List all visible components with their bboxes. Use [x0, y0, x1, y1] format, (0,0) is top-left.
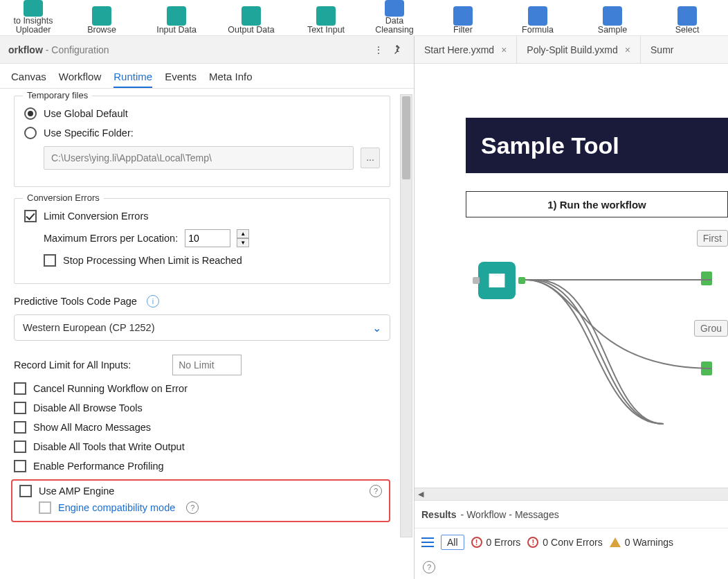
tab-poly-split[interactable]: Poly-Split Build.yxmd × [517, 36, 641, 63]
anchor-out[interactable] [701, 362, 712, 375]
tool-insights-uploader[interactable]: to InsightsUploader [4, 0, 62, 36]
right-pane: Start Here.yxmd × Poly-Split Build.yxmd … [415, 36, 728, 579]
radio-use-global[interactable] [24, 107, 37, 120]
tool-formula[interactable]: Formula [502, 0, 573, 36]
tab-runtime[interactable]: Runtime [113, 71, 152, 88]
tool-select[interactable]: Select [652, 0, 722, 36]
results-filter-bar: All !0 Errors !0 Conv Errors 0 Warnings [415, 528, 728, 555]
tool-text-input[interactable]: Text Input [291, 0, 361, 36]
tab-label: Sumr [650, 44, 673, 55]
error-icon: ! [527, 537, 538, 548]
kebab-menu-icon[interactable]: ⋮ [370, 41, 388, 59]
tool-data-cleansing[interactable]: DataCleansing [365, 0, 424, 36]
checkbox-limit-conv-errors[interactable] [24, 210, 37, 222]
max-errors-spinner[interactable]: ▲ ▼ [237, 229, 249, 247]
checkbox-show-macro-msgs[interactable] [14, 421, 26, 434]
tab-start-here[interactable]: Start Here.yxmd × [415, 36, 517, 63]
workflow-canvas[interactable]: Sample Tool 1) Run the workflow First Gr… [415, 64, 728, 500]
tool-label: DataCleansing [375, 17, 414, 35]
input-tool-node[interactable] [478, 262, 516, 299]
tab-meta-info[interactable]: Meta Info [209, 71, 253, 88]
disable-write-output-label: Disable All Tools that Write Output [33, 441, 185, 452]
browse-icon [92, 6, 111, 26]
anchor-out[interactable] [518, 277, 525, 284]
error-icon: ! [471, 537, 482, 548]
tab-summary[interactable]: Sumr [641, 36, 683, 63]
tool-sample[interactable]: Sample [577, 0, 648, 36]
node-label-first: First [697, 230, 728, 247]
help-icon[interactable]: ? [370, 485, 382, 497]
config-scroll-area[interactable]: Temporary files Use Global Default Use S… [0, 89, 414, 579]
text-input-icon [316, 6, 336, 26]
tool-label: Text Input [307, 26, 345, 35]
record-limit-label: Record Limit for All Inputs: [14, 359, 131, 371]
results-subtitle: - Workflow - Messages [461, 509, 559, 520]
predictive-codepage-select[interactable]: Western European (CP 1252) ⌄ [14, 314, 390, 341]
checkbox-disable-browse[interactable] [14, 402, 26, 414]
insights-icon [24, 0, 43, 17]
sample-icon [603, 6, 622, 26]
close-icon[interactable]: × [501, 44, 507, 55]
output-data-icon [242, 6, 261, 26]
results-header: Results - Workflow - Messages [415, 500, 728, 528]
engine-compat-mode-label: Engine compatibility mode [58, 502, 175, 513]
filter-conv-errors-button[interactable]: !0 Conv Errors [527, 537, 602, 548]
checkbox-engine-compat-mode[interactable] [39, 501, 51, 514]
tab-canvas[interactable]: Canvas [11, 71, 46, 88]
configuration-header: orkflow - Configuration ⋮ [0, 36, 414, 64]
temporary-files-legend: Temporary files [23, 90, 92, 100]
results-help-row: ? [415, 555, 728, 579]
filter-warnings-button[interactable]: 0 Warnings [610, 537, 673, 548]
anchor-out[interactable] [701, 271, 712, 285]
tool-input-data[interactable]: Input Data [141, 0, 212, 36]
help-icon[interactable]: ? [186, 501, 199, 514]
chevron-down-icon: ⌄ [372, 321, 381, 335]
spin-up[interactable]: ▲ [237, 229, 249, 238]
disable-browse-label: Disable All Browse Tools [33, 402, 143, 413]
scroll-left-icon[interactable]: ◀ [415, 490, 427, 499]
checkbox-use-amp-engine[interactable] [19, 485, 32, 497]
tool-output-data[interactable]: Output Data [216, 0, 286, 36]
close-icon[interactable]: × [625, 44, 630, 55]
tool-label: to InsightsUploader [14, 17, 53, 35]
node-label-group: Grou [694, 320, 728, 337]
use-amp-engine-label: Use AMP Engine [39, 486, 114, 497]
max-errors-input[interactable] [185, 229, 230, 247]
page-subtitle: - Configuration [46, 44, 109, 55]
data-cleansing-icon [385, 0, 404, 17]
config-tabs: Canvas Workflow Runtime Events Meta Info [0, 64, 414, 89]
tool-label: Select [675, 26, 700, 35]
checkbox-disable-write-output[interactable] [14, 440, 26, 453]
filter-all-button[interactable]: All [441, 535, 464, 550]
warning-icon [610, 537, 621, 547]
use-specific-label: Use Specific Folder: [44, 127, 134, 139]
anchor-in[interactable] [473, 277, 480, 284]
radio-use-specific[interactable] [24, 127, 37, 139]
checkbox-perf-profiling[interactable] [14, 460, 26, 472]
filter-errors-button[interactable]: !0 Errors [471, 537, 521, 548]
use-global-label: Use Global Default [44, 108, 128, 119]
configuration-pane: orkflow - Configuration ⋮ Canvas Workflo… [0, 36, 415, 579]
horizontal-scrollbar[interactable]: ◀ [415, 488, 728, 500]
pin-icon[interactable] [388, 41, 406, 59]
record-limit-input[interactable] [172, 355, 242, 375]
step-annotation: 1) Run the workflow [466, 191, 728, 217]
predictive-value: Western European (CP 1252) [23, 322, 155, 333]
tool-filter[interactable]: Filter [428, 0, 498, 36]
max-errors-label: Maximum Errors per Location: [44, 233, 178, 244]
help-icon[interactable]: ? [423, 561, 435, 573]
list-icon[interactable] [421, 537, 434, 547]
tab-workflow[interactable]: Workflow [59, 71, 101, 88]
input-data-icon [167, 6, 186, 26]
checkbox-stop-on-limit[interactable] [44, 254, 56, 267]
browse-folder-button[interactable]: ... [361, 148, 380, 168]
cancel-on-error-label: Cancel Running Workflow on Error [33, 383, 188, 394]
info-icon[interactable]: i [147, 295, 159, 308]
checkbox-cancel-on-error[interactable] [14, 382, 26, 395]
tool-browse[interactable]: Browse [66, 0, 137, 36]
formula-icon [528, 6, 547, 26]
temp-folder-path-input[interactable] [44, 146, 354, 170]
tool-palette: to InsightsUploader Browse Input Data Ou… [0, 0, 728, 36]
tab-events[interactable]: Events [165, 71, 197, 88]
spin-down[interactable]: ▼ [237, 238, 249, 247]
